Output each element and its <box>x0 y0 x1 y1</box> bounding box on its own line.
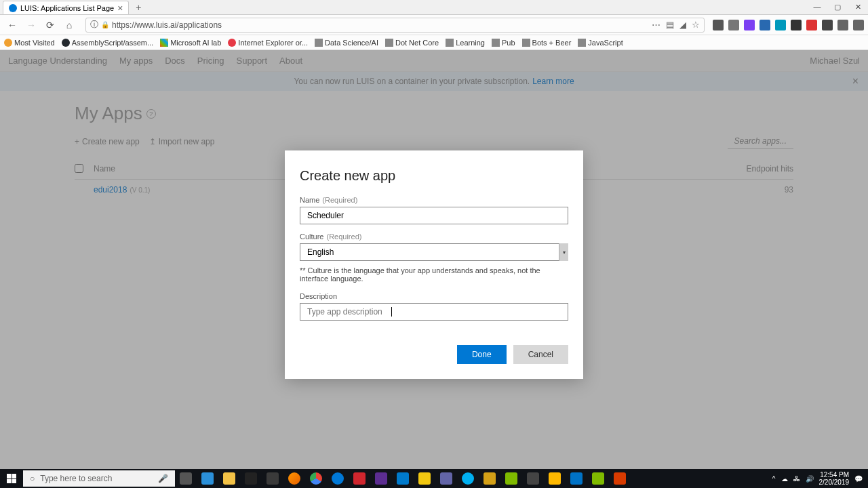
taskbar-app[interactable] <box>522 469 544 488</box>
taskbar-vscode[interactable] <box>392 469 414 488</box>
home-button[interactable]: ⌂ <box>61 17 77 33</box>
folder-icon <box>385 39 393 47</box>
browser-tab[interactable]: LUIS: Applications List Page × <box>3 1 129 14</box>
toolbar-extensions <box>713 20 864 30</box>
description-input[interactable] <box>300 303 568 321</box>
culture-label: Culture (Required) <box>300 232 568 241</box>
lock-icon: 🔒 <box>101 21 109 28</box>
star-icon[interactable]: ☆ <box>692 20 700 30</box>
ext-icon-3[interactable] <box>744 20 755 30</box>
system-tray: ^ ☁ 🖧 🔊 12:54 PM 2/20/2019 💬 <box>767 471 868 486</box>
window-controls: — ▢ ✕ <box>807 0 868 14</box>
taskbar-app[interactable] <box>587 469 609 488</box>
bookmark-folder[interactable]: Bots + Beer <box>522 39 572 47</box>
folder-icon <box>492 39 500 47</box>
bookmark-item[interactable]: Most Visited <box>4 39 55 47</box>
url-bar[interactable]: ⓘ 🔒 https://www.luis.ai/applications ⋯ ▤… <box>85 18 705 33</box>
menu-icon[interactable] <box>853 20 864 30</box>
browser-tab-strip: LUIS: Applications List Page × + — ▢ ✕ <box>0 0 868 15</box>
folder-icon <box>315 39 323 47</box>
tab-title: LUIS: Applications List Page <box>20 4 114 12</box>
tray-cloud-icon[interactable]: ☁ <box>781 475 788 483</box>
taskbar-app[interactable] <box>479 469 500 488</box>
heart-icon <box>228 39 236 47</box>
github-icon <box>62 39 70 47</box>
taskbar-search[interactable]: ○ Type here to search 🎤 <box>23 470 175 487</box>
url-text: https://www.luis.ai/applications <box>112 20 222 30</box>
name-input[interactable] <box>300 207 568 224</box>
folder-icon <box>446 39 454 47</box>
taskbar-edge[interactable] <box>327 469 349 488</box>
search-icon: ○ <box>30 474 35 483</box>
ext-icon-7[interactable] <box>806 20 817 30</box>
bookmark-item[interactable]: AssemblyScript/assem... <box>62 39 153 47</box>
taskbar-skype[interactable] <box>457 469 479 488</box>
taskbar-app[interactable] <box>414 469 435 488</box>
bookmark-folder[interactable]: JavaScript <box>578 39 623 47</box>
browser-toolbar: ← → ⟳ ⌂ ⓘ 🔒 https://www.luis.ai/applicat… <box>0 15 868 35</box>
done-button[interactable]: Done <box>457 345 507 364</box>
tray-volume-icon[interactable]: 🔊 <box>806 475 814 483</box>
text-cursor <box>391 307 392 317</box>
minimize-button[interactable]: — <box>807 0 827 14</box>
ext-icon-8[interactable] <box>822 20 833 30</box>
bookmark-folder[interactable]: Learning <box>446 39 485 47</box>
bookmark-folder[interactable]: Pub <box>492 39 515 47</box>
star-icon <box>4 39 12 47</box>
new-tab-button[interactable]: + <box>132 1 145 14</box>
pocket-icon[interactable]: ◢ <box>679 20 686 30</box>
bookmark-folder[interactable]: Data Science/AI <box>315 39 378 47</box>
bookmark-folder[interactable]: Dot Net Core <box>385 39 439 47</box>
culture-helper-text: ** Culture is the language that your app… <box>300 266 568 283</box>
reload-button[interactable]: ⟳ <box>42 17 58 33</box>
site-info-icon[interactable]: ⓘ <box>90 19 98 30</box>
cortana-mic-icon[interactable]: 🎤 <box>158 474 168 483</box>
close-window-button[interactable]: ✕ <box>848 0 868 14</box>
description-label: Description <box>300 292 568 300</box>
windows-logo-icon <box>7 474 16 483</box>
taskbar-app[interactable] <box>544 469 566 488</box>
taskbar-app[interactable] <box>197 469 218 488</box>
ext-icon-6[interactable] <box>791 20 802 30</box>
forward-button[interactable]: → <box>23 17 39 33</box>
folder-icon <box>522 39 530 47</box>
ext-icon-2[interactable] <box>728 20 739 30</box>
taskbar-teams[interactable] <box>435 469 457 488</box>
bookmark-item[interactable]: Internet Explorer or... <box>228 39 308 47</box>
taskbar-terminal[interactable] <box>240 469 262 488</box>
taskbar-app[interactable] <box>262 469 283 488</box>
tray-chevron-up-icon[interactable]: ^ <box>772 475 776 483</box>
taskbar-file-explorer[interactable] <box>218 469 240 488</box>
luis-favicon <box>9 4 17 12</box>
taskbar-outlook[interactable] <box>566 469 587 488</box>
more-info-icon[interactable]: ⋯ <box>652 20 660 30</box>
taskbar-app[interactable] <box>609 469 631 488</box>
cancel-button[interactable]: Cancel <box>513 345 568 364</box>
taskbar-firefox[interactable] <box>283 469 305 488</box>
back-button[interactable]: ← <box>4 17 20 33</box>
create-app-modal: Create new app Name (Required) Culture (… <box>285 150 583 379</box>
taskbar-app[interactable] <box>500 469 522 488</box>
taskbar-clock[interactable]: 12:54 PM 2/20/2019 <box>819 471 850 486</box>
maximize-button[interactable]: ▢ <box>827 0 848 14</box>
reader-icon[interactable]: ▤ <box>666 20 674 30</box>
close-tab-icon[interactable]: × <box>117 3 123 14</box>
ext-icon-4[interactable] <box>760 20 770 30</box>
ext-icon-5[interactable] <box>775 20 786 30</box>
tray-network-icon[interactable]: 🖧 <box>793 475 800 483</box>
bookmark-item[interactable]: Microsoft AI lab <box>160 39 221 47</box>
notification-icon[interactable]: 💬 <box>854 475 863 483</box>
ext-icon-1[interactable] <box>713 20 724 30</box>
bookmarks-bar: Most Visited AssemblyScript/assem... Mic… <box>0 35 868 50</box>
start-button[interactable] <box>0 469 23 488</box>
folder-icon <box>578 39 586 47</box>
taskbar-chrome[interactable] <box>305 469 327 488</box>
task-view-button[interactable] <box>175 469 197 488</box>
taskbar-vs[interactable] <box>370 469 392 488</box>
library-icon[interactable] <box>837 20 848 30</box>
windows-taskbar: ○ Type here to search 🎤 ^ ☁ 🖧 🔊 12:54 PM <box>0 469 868 488</box>
microsoft-icon <box>160 39 168 47</box>
modal-title: Create new app <box>300 168 568 184</box>
culture-select[interactable]: English <box>300 243 568 261</box>
taskbar-app[interactable] <box>349 469 370 488</box>
